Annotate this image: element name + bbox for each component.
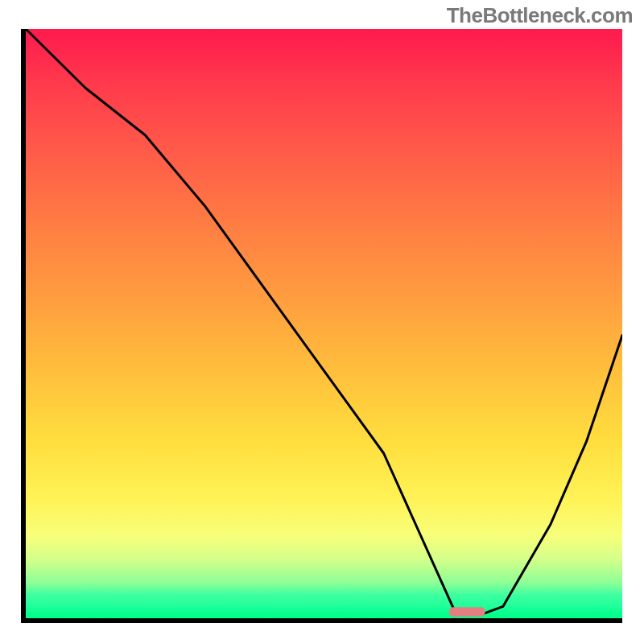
bottleneck-curve (26, 29, 622, 615)
plot-area (21, 29, 622, 623)
watermark-text: TheBottleneck.com (447, 3, 633, 28)
chart-container: TheBottleneck.com (0, 0, 644, 644)
curve-svg (26, 29, 622, 618)
minimum-marker-bar (449, 607, 485, 617)
